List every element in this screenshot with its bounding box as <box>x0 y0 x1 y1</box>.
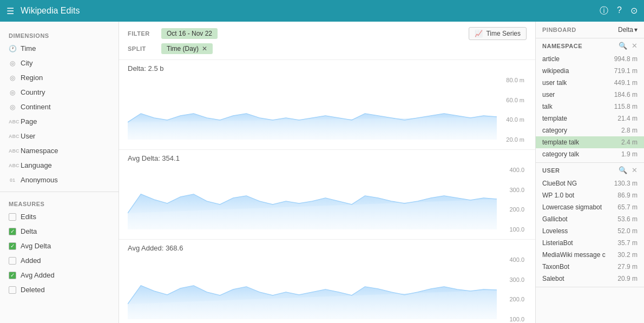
info-icon[interactable]: ⓘ <box>600 5 608 17</box>
sidebar-item-avg-added[interactable]: ✓ Avg Added <box>0 268 119 282</box>
chart-delta-container: 80.0 m 60.0 m 40.0 m 20.0 m <box>128 75 527 145</box>
user-row-taxonbot[interactable]: TaxonBot 27.9 m <box>536 261 644 273</box>
y-label: 400.0 <box>509 256 524 263</box>
edits-checkbox[interactable] <box>9 213 16 221</box>
namespace-value: 449.1 m <box>614 79 638 87</box>
user-row-gallicbot[interactable]: Gallicbot 53.6 m <box>536 213 644 225</box>
namespace-row-article[interactable]: article 994.8 m <box>536 53 644 65</box>
sidebar-item-time[interactable]: 🕐 Time <box>0 41 119 56</box>
user-label: ClueBot NG <box>542 180 577 187</box>
right-panel: PINBOARD Delta ▾ NAMESPACE 🔍 ✕ article 9… <box>536 22 644 323</box>
y-label: 60.0 m <box>506 97 524 103</box>
menu-icon[interactable]: ☰ <box>6 6 14 16</box>
namespace-value: 115.8 m <box>614 103 638 110</box>
namespace-row-user-talk[interactable]: user talk 449.1 m <box>536 77 644 89</box>
sidebar-item-country[interactable]: ◎ Country <box>0 85 119 100</box>
user-section: USER 🔍 ✕ ClueBot NG 130.3 m WP 1.0 bot 8… <box>536 163 644 287</box>
user-row-salebot[interactable]: Salebot 20.9 m <box>536 273 644 285</box>
namespace-section-title: NAMESPACE <box>542 43 582 49</box>
sidebar-item-language[interactable]: ABC Language <box>0 158 119 173</box>
namespace-label: article <box>542 55 560 63</box>
sidebar-item-continent[interactable]: ◎ Continent <box>0 100 119 114</box>
namespace-row-wikipedia[interactable]: wikipedia 719.1 m <box>536 65 644 77</box>
main-layout: DIMENSIONS 🕐 Time ◎ City ◎ Region ◎ Coun… <box>0 22 644 323</box>
namespace-value: 2.4 m <box>621 139 638 146</box>
search-icon-2[interactable]: 🔍 <box>619 166 627 174</box>
user-row-loveless[interactable]: Loveless 52.0 m <box>536 225 644 237</box>
sidebar-item-deleted[interactable]: Deleted <box>0 282 119 297</box>
sidebar-item-anonymous[interactable]: 01 Anonymous <box>0 173 119 187</box>
pinboard-delta-dropdown[interactable]: Delta ▾ <box>618 26 638 34</box>
user-value: 35.7 m <box>617 239 638 247</box>
y-label: 300.0 <box>509 187 524 193</box>
help-icon[interactable]: ? <box>617 5 622 17</box>
sidebar-item-region[interactable]: ◎ Region <box>0 70 119 85</box>
globe-icon-2: ◎ <box>9 74 16 82</box>
sidebar-item-delta[interactable]: ✓ Delta <box>0 224 119 239</box>
close-icon[interactable]: ✕ <box>632 42 638 50</box>
user-label: Lowercase sigmabot <box>542 203 602 211</box>
namespace-label: wikipedia <box>542 67 569 75</box>
sidebar-item-continent-label: Continent <box>21 103 51 111</box>
namespace-section-header: NAMESPACE 🔍 ✕ <box>536 38 644 53</box>
namespace-row-template[interactable]: template 21.4 m <box>536 113 644 124</box>
sidebar-avg-added-label: Avg Added <box>21 271 55 279</box>
user-row-listeriabot[interactable]: ListeriaBot 35.7 m <box>536 237 644 249</box>
sidebar-item-avg-delta[interactable]: ✓ Avg Delta <box>0 239 119 253</box>
split-close-icon[interactable]: ✕ <box>202 45 207 52</box>
sidebar-item-city-label: City <box>21 59 32 67</box>
chart-delta-title: Delta: 2.5 b <box>128 64 527 72</box>
chart-avg-delta-container: 400.0 300.0 200.0 100.0 <box>128 164 527 235</box>
user-value: 130.3 m <box>614 180 638 187</box>
avg-delta-checkbox[interactable]: ✓ <box>9 242 16 250</box>
avg-added-checkbox[interactable]: ✓ <box>9 272 16 279</box>
user-row-wp10[interactable]: WP 1.0 bot 86.9 m <box>536 189 644 201</box>
added-checkbox[interactable] <box>9 257 16 265</box>
search-icon[interactable]: 🔍 <box>619 42 627 50</box>
time-series-button[interactable]: 📈 Time Series <box>469 27 527 40</box>
center-content: FILTER Oct 16 - Nov 22 📈 Time Series SPL… <box>119 22 536 323</box>
sidebar-item-added[interactable]: Added <box>0 253 119 268</box>
user-row-cluebot[interactable]: ClueBot NG 130.3 m <box>536 177 644 189</box>
user-label: Salebot <box>542 275 564 282</box>
user-value: 86.9 m <box>617 192 638 199</box>
user-label: Gallicbot <box>542 215 568 223</box>
sidebar-item-region-label: Region <box>21 74 43 82</box>
namespace-label: template <box>542 115 567 122</box>
close-icon-2[interactable]: ✕ <box>632 166 638 174</box>
split-chip[interactable]: Time (Day) ✕ <box>161 43 213 54</box>
sidebar-item-edits[interactable]: Edits <box>0 209 119 224</box>
sidebar-item-page[interactable]: ABC Page <box>0 114 119 129</box>
chart-delta-y-axis: 80.0 m 60.0 m 40.0 m 20.0 m <box>497 75 527 145</box>
user-section-icons: 🔍 ✕ <box>619 166 638 174</box>
namespace-row-category-talk[interactable]: category talk 1.9 m <box>536 148 644 160</box>
deleted-checkbox[interactable] <box>9 286 16 294</box>
namespace-label: category talk <box>542 150 579 158</box>
namespace-row-category[interactable]: category 2.8 m <box>536 124 644 136</box>
namespace-row-template-talk[interactable]: template talk 2.4 m <box>536 136 644 148</box>
user-label: ListeriaBot <box>542 239 573 247</box>
sidebar-item-namespace[interactable]: ABC Namespace <box>0 143 119 158</box>
sidebar-item-anonymous-label: Anonymous <box>21 176 58 184</box>
split-label: SPLIT <box>128 45 155 52</box>
sidebar-item-user[interactable]: ABC User <box>0 129 119 143</box>
sidebar-item-city[interactable]: ◎ City <box>0 56 119 70</box>
user-icon[interactable]: ⊙ <box>630 5 638 17</box>
y-label: 100.0 <box>509 316 524 322</box>
chart-avg-delta-y-axis: 400.0 300.0 200.0 100.0 <box>497 164 527 235</box>
user-label: MediaWiki message c <box>542 251 606 259</box>
delta-checkbox[interactable]: ✓ <box>9 228 16 235</box>
sidebar-item-user-label: User <box>21 132 35 140</box>
y-label: 300.0 <box>509 276 524 283</box>
user-section-title: USER <box>542 167 560 174</box>
filter-chip[interactable]: Oct 16 - Nov 22 <box>161 28 218 39</box>
namespace-value: 719.1 m <box>614 67 638 75</box>
sidebar-edits-label: Edits <box>21 213 36 221</box>
y-label: 80.0 m <box>506 77 524 83</box>
user-row-lowercase[interactable]: Lowercase sigmabot 65.7 m <box>536 201 644 213</box>
namespace-row-user[interactable]: user 184.6 m <box>536 89 644 101</box>
namespace-row-talk[interactable]: talk 115.8 m <box>536 101 644 113</box>
chart-avg-added-container: 400.0 300.0 200.0 100.0 <box>128 254 527 323</box>
user-row-mediawiki[interactable]: MediaWiki message c 30.2 m <box>536 249 644 261</box>
pinboard-delta-label: Delta <box>618 26 633 34</box>
